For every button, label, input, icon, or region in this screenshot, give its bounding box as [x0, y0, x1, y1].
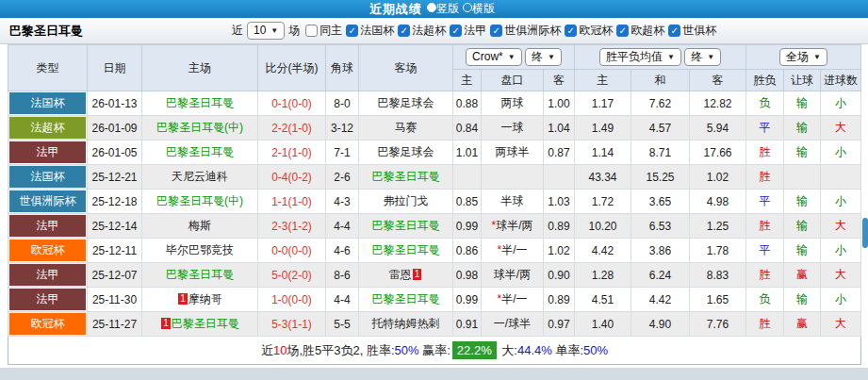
filter-世俱洲际杯[interactable]: ✓世俱洲际杯 [490, 23, 561, 39]
handicap-name: 一球 [501, 121, 524, 134]
odds-home-cell: 0.99 [453, 288, 482, 312]
home-cell: 1摩纳哥 [142, 288, 258, 312]
home-team-name: 巴黎圣日耳曼(中) [156, 194, 243, 207]
col-header-score: 比分(半场) [258, 45, 326, 91]
bookmaker-time-select[interactable]: 终 ▼ [525, 48, 562, 66]
away-red-card-badge-after: 1 [413, 269, 422, 280]
avg-win-cell: 1.49 [575, 116, 631, 140]
stat-segment: 大: [499, 343, 517, 357]
chevron-down-icon: ▼ [508, 50, 516, 64]
goals-result-cell: 大 [821, 263, 861, 288]
league-cell: 法国杯 [8, 165, 88, 190]
filters-group: 近 10 ▼ 场 同主✓法国杯✓法超杯✓法甲✓世俱洲际杯✓欧冠杯✓欧超杯✓世俱杯 [232, 22, 716, 40]
corner-cell: 2-6 [326, 165, 359, 190]
date-cell: 26-01-09 [88, 116, 142, 140]
layout-radio-1[interactable] [463, 3, 472, 12]
scope-select[interactable]: 全场 ▼ [779, 48, 827, 66]
filter-bar: 巴黎圣日耳曼 近 10 ▼ 场 同主✓法国杯✓法超杯✓法甲✓世俱洲际杯✓欧冠杯✓… [0, 18, 868, 44]
average-time-select[interactable]: 终 ▼ [684, 48, 721, 66]
home-cell: 毕尔巴鄂竞技 [142, 239, 258, 263]
score-cell: 2-2(1-0) [258, 116, 326, 140]
match-row: 世俱洲际杯 25-12-18 巴黎圣日耳曼(中) 1-1(1-0) 4-3 弗拉… [8, 190, 861, 214]
score-cell: 1-1(1-0) [258, 190, 326, 214]
stat-segment: 22.2% [452, 341, 497, 359]
fulltime-score: 0-1 [271, 97, 287, 110]
home-team-name: 摩纳哥 [188, 292, 222, 306]
col-header-home: 主场 [142, 45, 258, 91]
filter-法超杯[interactable]: ✓法超杯 [398, 23, 446, 39]
fulltime-score: 2-2 [271, 122, 287, 135]
bottom-strip [0, 368, 868, 380]
average-odds-select[interactable]: 胜平负均值 ▼ [599, 48, 681, 66]
checkbox-checked-icon[interactable]: ✓ [346, 25, 358, 37]
filter-同主[interactable]: 同主 [305, 23, 342, 39]
col-header-odds-away: 客 [544, 70, 575, 91]
scrollbar-thumb[interactable] [862, 218, 868, 248]
corner-cell: 7-1 [326, 140, 359, 165]
handicap-name: 半/一 [501, 243, 527, 256]
score-cell: 5-0(2-0) [258, 263, 326, 288]
home-team-name: 天尼云迪科 [172, 170, 228, 183]
corner-cell: 4-4 [326, 214, 359, 239]
league-cell: 欧冠杯 [8, 239, 88, 263]
checkbox-checked-icon[interactable]: ✓ [398, 25, 410, 37]
halftime-score: (0-0) [288, 244, 312, 257]
handicap-result-cell: 输 [784, 239, 821, 263]
score-cell: 1-0(0-0) [258, 288, 326, 312]
odds-home-cell: 1.01 [453, 140, 482, 165]
odds-away-cell: 1.00 [544, 91, 575, 116]
home-team-name: 巴黎圣日耳曼 [166, 268, 234, 281]
avg-win-cell: 1.17 [575, 91, 631, 116]
bookmaker-odds-group-header: Crow* ▼ 终 ▼ [453, 45, 575, 70]
match-count-select[interactable]: 10 ▼ [247, 22, 285, 40]
result-cell: 胜 [746, 165, 784, 190]
avg-lose-cell: 17.66 [690, 140, 746, 165]
handicap-cell: 球半/两 [482, 263, 544, 288]
filter-欧超杯[interactable]: ✓欧超杯 [616, 23, 664, 39]
filter-label: 欧冠杯 [579, 23, 613, 39]
result-cell: 胜 [746, 140, 784, 165]
checkbox-checked-icon[interactable]: ✓ [565, 25, 577, 37]
away-team-name: 巴黎足球会 [378, 145, 434, 158]
result-cell: 平 [746, 190, 784, 214]
home-cell: 1巴黎圣日耳曼 [142, 312, 258, 337]
match-row: 法超杯 26-01-09 巴黎圣日耳曼(中) 2-2(1-0) 3-12 马赛 … [8, 116, 861, 140]
corner-cell: 3-12 [326, 116, 359, 140]
odds-away-cell: 1.02 [544, 239, 575, 263]
league-badge: 欧冠杯 [9, 313, 86, 335]
chevron-down-icon: ▼ [548, 50, 555, 64]
filter-欧冠杯[interactable]: ✓欧冠杯 [565, 23, 613, 39]
layout-radio-0[interactable] [427, 3, 436, 12]
col-header-handicap: 盘口 [482, 70, 544, 91]
home-red-card-badge-before: 1 [178, 293, 188, 305]
avg-lose-cell: 12.82 [690, 91, 746, 116]
fulltime-score: 0-4 [271, 171, 287, 184]
scope-group-header: 全场 ▼ [746, 45, 861, 70]
checkbox-checked-icon[interactable]: ✓ [668, 25, 680, 37]
home-team-name: 巴黎圣日耳曼 [166, 96, 234, 109]
handicap-cell: 两球 [482, 91, 544, 116]
checkbox-checked-icon[interactable]: ✓ [450, 25, 462, 37]
filter-法甲[interactable]: ✓法甲 [450, 23, 486, 39]
match-row: 法甲 25-12-14 梅斯 2-3(1-2) 4-4 巴黎圣日耳曼 0.99 … [8, 214, 861, 239]
checkbox-unchecked-icon[interactable] [305, 25, 318, 37]
bookmaker-select[interactable]: Crow* ▼ [466, 48, 522, 66]
result-cell: 平 [746, 239, 784, 263]
away-team-name: 巴黎足球会 [378, 96, 434, 109]
handicap-result-cell: 赢 [784, 312, 821, 337]
avg-lose-cell: 5.94 [690, 116, 746, 140]
date-cell: 26-01-05 [88, 140, 142, 165]
league-badge: 法国杯 [9, 166, 86, 188]
filter-世俱杯[interactable]: ✓世俱杯 [668, 23, 716, 39]
handicap-name: 两球 [501, 96, 524, 109]
filter-label: 欧超杯 [631, 23, 664, 39]
checkbox-checked-icon[interactable]: ✓ [616, 25, 629, 37]
filter-法国杯[interactable]: ✓法国杯 [346, 23, 394, 39]
avg-lose-cell: 1.78 [690, 239, 746, 263]
score-cell: 2-1(1-0) [258, 140, 326, 165]
away-team-name: 巴黎圣日耳曼 [372, 170, 440, 183]
avg-win-cell: 1.14 [575, 140, 631, 165]
layout-radio-group: 竖版横版 [427, 1, 499, 17]
away-cell: 马赛 [359, 116, 453, 140]
checkbox-checked-icon[interactable]: ✓ [490, 25, 502, 37]
